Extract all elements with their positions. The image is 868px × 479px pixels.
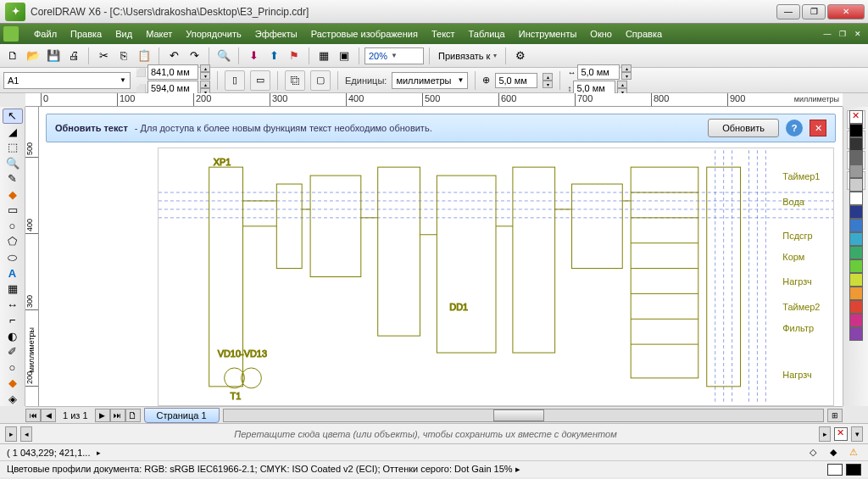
- connector-tool[interactable]: ⌐: [3, 313, 23, 328]
- menu-file[interactable]: Файл: [27, 29, 64, 39]
- help-icon[interactable]: ?: [786, 120, 803, 136]
- shape-tool[interactable]: ◢: [3, 125, 23, 140]
- copy-button[interactable]: ⎘: [114, 47, 133, 65]
- undo-button[interactable]: ↶: [164, 47, 183, 65]
- color-swatch[interactable]: [849, 205, 863, 219]
- color-swatch[interactable]: [849, 273, 863, 287]
- crop-tool[interactable]: ⬚: [3, 140, 23, 155]
- ellipse-tool[interactable]: ○: [3, 219, 23, 234]
- new-button[interactable]: 🗋: [3, 47, 22, 65]
- current-fill-swatch[interactable]: [846, 464, 861, 476]
- nudge-input[interactable]: 5,0 мм: [495, 73, 537, 88]
- fill-indicator-icon[interactable]: ◇: [805, 446, 821, 460]
- spin-up[interactable]: ▴: [621, 64, 632, 72]
- spin-down[interactable]: ▾: [621, 72, 632, 80]
- spin-up[interactable]: ▴: [200, 64, 210, 72]
- current-page-button[interactable]: ▢: [310, 70, 331, 91]
- first-page-button[interactable]: ⏮: [25, 409, 41, 422]
- zoom-combo[interactable]: 20% ▼: [364, 47, 424, 64]
- landscape-button[interactable]: ▭: [250, 70, 270, 91]
- text-tool[interactable]: A: [3, 266, 23, 281]
- coords-expand-icon[interactable]: ▸: [97, 448, 101, 457]
- publish-pdf-button[interactable]: ⚑: [285, 47, 303, 65]
- menu-view[interactable]: Вид: [108, 29, 139, 39]
- portrait-button[interactable]: ▯: [225, 70, 245, 91]
- last-page-button[interactable]: ⏭: [110, 409, 125, 422]
- options-button[interactable]: ⚙: [511, 47, 530, 65]
- snap-combo[interactable]: Привязать к ▾: [435, 47, 500, 64]
- interactive-fill-tool[interactable]: ◈: [3, 392, 23, 407]
- outline-indicator-icon[interactable]: ◆: [826, 446, 841, 460]
- no-fill-swatch[interactable]: ✕: [834, 427, 848, 441]
- color-swatch[interactable]: [849, 246, 863, 259]
- color-swatch[interactable]: [849, 151, 863, 164]
- restore-button[interactable]: ❐: [802, 4, 826, 19]
- polygon-tool[interactable]: ⬠: [3, 234, 23, 249]
- palette-expand-button[interactable]: ▾: [851, 426, 863, 442]
- export-button[interactable]: ⬆: [264, 47, 283, 65]
- color-swatch[interactable]: [849, 219, 863, 232]
- horizontal-scrollbar[interactable]: [223, 409, 824, 422]
- dup-x-input[interactable]: 5,0 мм: [577, 64, 620, 80]
- interactive-tool[interactable]: ◐: [3, 329, 23, 344]
- table-tool[interactable]: ▦: [3, 281, 23, 297]
- color-swatch[interactable]: [849, 327, 863, 341]
- color-swatch[interactable]: [849, 300, 863, 314]
- menu-arrange[interactable]: Упорядочить: [179, 29, 248, 39]
- spin-up[interactable]: ▴: [542, 73, 553, 81]
- smart-fill-tool[interactable]: ◆: [3, 187, 23, 203]
- redo-button[interactable]: ↷: [185, 47, 203, 65]
- color-swatch[interactable]: [849, 232, 863, 246]
- no-color-swatch[interactable]: ✕: [849, 110, 863, 124]
- close-button[interactable]: ✕: [827, 4, 865, 19]
- page-width-input[interactable]: 841,0 мм: [147, 64, 198, 80]
- color-swatch[interactable]: [849, 259, 863, 273]
- color-swatch[interactable]: [849, 314, 863, 327]
- paper-preset-combo[interactable]: A1 ▼: [3, 72, 131, 89]
- zoom-tool[interactable]: 🔍: [3, 156, 23, 171]
- dimension-tool[interactable]: ↔: [3, 298, 23, 313]
- spin-up[interactable]: ▴: [200, 81, 210, 88]
- eyedropper-tool[interactable]: ✐: [3, 344, 23, 359]
- spin-up[interactable]: ▴: [617, 81, 627, 88]
- minimize-button[interactable]: —: [776, 4, 800, 19]
- spin-down[interactable]: ▾: [200, 72, 210, 80]
- add-page-button[interactable]: 🗋: [125, 409, 141, 422]
- doc-restore-button[interactable]: ❐: [836, 28, 849, 40]
- pick-tool[interactable]: ↖: [3, 109, 23, 124]
- color-swatch[interactable]: [849, 124, 863, 137]
- palette-next-button[interactable]: ▸: [819, 426, 831, 442]
- menu-effects[interactable]: Эффекты: [248, 29, 304, 39]
- app-launcher-button[interactable]: ▦: [314, 47, 333, 65]
- doc-close-button[interactable]: ✕: [851, 28, 865, 40]
- color-swatch[interactable]: [849, 164, 863, 178]
- notice-close-button[interactable]: ✕: [810, 120, 826, 136]
- status-alert-icon[interactable]: ⚠: [846, 446, 861, 460]
- current-outline-swatch[interactable]: [827, 464, 843, 476]
- next-page-button[interactable]: ▶: [95, 409, 110, 422]
- paste-button[interactable]: 📋: [135, 47, 153, 65]
- basic-shapes-tool[interactable]: ⬭: [3, 250, 23, 265]
- outline-tool[interactable]: ○: [3, 360, 23, 376]
- palette-prev-button[interactable]: ◂: [20, 426, 32, 442]
- open-button[interactable]: 📂: [24, 47, 42, 65]
- all-pages-button[interactable]: ⿻: [285, 70, 305, 91]
- units-combo[interactable]: миллиметры ▼: [392, 72, 468, 89]
- doc-minimize-button[interactable]: —: [821, 28, 834, 40]
- color-swatch[interactable]: [849, 287, 863, 300]
- save-button[interactable]: 💾: [44, 47, 63, 65]
- menu-text[interactable]: Текст: [425, 29, 462, 39]
- rectangle-tool[interactable]: ▭: [3, 203, 23, 218]
- page-tab[interactable]: Страница 1: [144, 408, 220, 423]
- welcome-button[interactable]: ▣: [335, 47, 353, 65]
- import-button[interactable]: ⬇: [244, 47, 263, 65]
- fill-tool[interactable]: ◆: [3, 376, 23, 391]
- spin-down[interactable]: ▾: [542, 81, 553, 88]
- freehand-tool[interactable]: ✎: [3, 171, 23, 187]
- menu-edit[interactable]: Правка: [64, 29, 108, 39]
- menu-layout[interactable]: Макет: [139, 29, 179, 39]
- menu-bitmaps[interactable]: Растровые изображения: [304, 29, 425, 39]
- update-button[interactable]: Обновить: [708, 119, 779, 137]
- canvas[interactable]: Обновить текст - Для доступа к более нов…: [39, 107, 843, 406]
- schematic-drawing[interactable]: VD10-VD13 T1 DD1 XP1 Таймер1 Вода Псдсгр…: [158, 148, 834, 406]
